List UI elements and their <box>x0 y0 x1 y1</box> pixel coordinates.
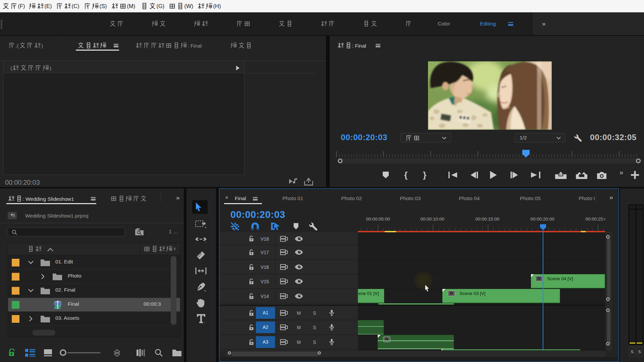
svg-text:00:00:20:00: 00:00:20:00 <box>530 217 554 222</box>
svg-text:00:00:15:00: 00:00:15:00 <box>475 217 499 222</box>
svg-text:00:00:05:00: 00:00:05:00 <box>366 217 390 222</box>
svg-text:00:00:10:00: 00:00:10:00 <box>420 217 444 222</box>
svg-text:00:00:25:00: 00:00:25:00 <box>585 217 605 222</box>
